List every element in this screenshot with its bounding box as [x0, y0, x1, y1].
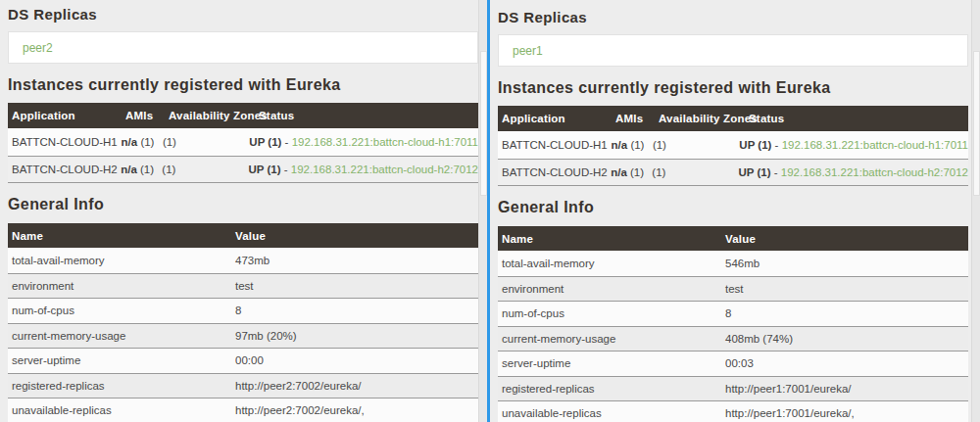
table-row: num-of-cpus 8 [498, 301, 968, 326]
zones-cell: (1) [162, 164, 248, 175]
eureka-dashboard-window-peer2: DS Replicas peer2 Instances currently re… [0, 0, 487, 422]
info-name: server-uptime [8, 354, 235, 366]
replica-peer-link[interactable]: peer1 [513, 44, 543, 58]
table-row: current-memory-usage 97mb (20%) [8, 323, 478, 349]
info-name: num-of-cpus [498, 307, 725, 319]
amis-cell: n/a (1) [122, 136, 163, 148]
scrollbar-thumb[interactable] [480, 51, 487, 196]
general-info-section-title: General Info [498, 186, 968, 216]
info-value: 00:03 [725, 357, 968, 369]
table-row: total-avail-memory 546mb [498, 251, 968, 276]
header-status: Status [259, 110, 478, 121]
info-value: http://peer1:7001/eureka/ [725, 383, 968, 395]
zones-cell: (1) [163, 136, 249, 148]
info-name: unavailable-replicas [498, 407, 725, 419]
instances-table-header: Application AMIs Availability Zones Stat… [8, 103, 478, 128]
header-name: Name [8, 230, 235, 242]
amis-count: (1) [140, 164, 154, 175]
info-name: unavailable-replicas [8, 404, 235, 416]
amis-count: (1) [140, 136, 154, 148]
info-name: environment [498, 283, 725, 295]
status-cell: UP (1) - 192.168.31.221:battcn-cloud-h2:… [249, 164, 478, 175]
amis-na: n/a [611, 166, 627, 178]
header-availability-zones: Availability Zones [169, 110, 259, 121]
instance-link[interactable]: 192.168.31.221:battcn-cloud-h1:7011 [292, 136, 478, 148]
eureka-dashboard-window-peer1: DS Replicas peer1 Instances currently re… [490, 0, 980, 422]
info-value: http://peer2:7002/eureka/, [235, 404, 478, 416]
status-cell: UP (1) - 192.168.31.221:battcn-cloud-h1:… [739, 139, 968, 151]
info-value: 97mb (20%) [235, 330, 478, 342]
info-value: 00:00 [235, 354, 478, 366]
info-value: 473mb [235, 255, 478, 266]
ds-replicas-panel: peer2 [8, 31, 478, 64]
table-row: total-avail-memory 473mb [8, 248, 478, 273]
amis-count: (1) [630, 139, 644, 151]
page-content: DS Replicas peer1 Instances currently re… [498, 3, 968, 422]
instance-link[interactable]: 192.168.31.221:battcn-cloud-h1:7011 [782, 139, 968, 151]
table-row: environment test [498, 276, 968, 302]
status-up: UP (1) [249, 136, 281, 148]
info-value: http://peer2:7002/eureka/ [235, 380, 478, 392]
status-separator: - [284, 164, 288, 175]
general-info-table: Name Value total-avail-memory 546mb envi… [498, 226, 968, 422]
header-status: Status [749, 113, 968, 124]
instances-table-header: Application AMIs Availability Zones Stat… [498, 106, 968, 131]
table-row: BATTCN-CLOUD-H1 n/a (1) (1) UP (1) - 192… [498, 131, 968, 159]
amis-cell: n/a (1) [611, 166, 652, 178]
info-name: total-avail-memory [8, 255, 235, 266]
amis-count: (1) [630, 166, 644, 178]
amis-na: n/a [122, 136, 138, 148]
header-amis: AMIs [125, 110, 169, 121]
vertical-scrollbar[interactable] [478, 0, 487, 422]
general-info-header: Name Value [498, 226, 968, 251]
info-name: registered-replicas [8, 380, 235, 392]
table-row: BATTCN-CLOUD-H2 n/a (1) (1) UP (1) - 192… [8, 156, 478, 183]
instance-link[interactable]: 192.168.31.221:battcn-cloud-h2:7012 [291, 164, 478, 175]
amis-cell: n/a (1) [121, 164, 162, 175]
table-row: current-memory-usage 408mb (74%) [498, 326, 968, 352]
amis-na: n/a [612, 139, 628, 151]
table-row: unavailable-replicas http://peer2:7002/e… [8, 398, 478, 422]
replica-peer-link[interactable]: peer2 [23, 41, 53, 55]
scrollbar-thumb[interactable] [973, 51, 980, 196]
header-availability-zones: Availability Zones [659, 113, 749, 124]
table-row: registered-replicas http://peer2:7002/eu… [8, 373, 478, 399]
status-cell: UP (1) - 192.168.31.221:battcn-cloud-h2:… [739, 166, 968, 178]
table-row: BATTCN-CLOUD-H2 n/a (1) (1) UP (1) - 192… [498, 159, 968, 186]
header-application: Application [498, 113, 615, 124]
application-name: BATTCN-CLOUD-H1 [8, 136, 122, 148]
table-row: server-uptime 00:00 [8, 348, 478, 373]
info-value: 8 [725, 307, 968, 319]
amis-cell: n/a (1) [612, 139, 653, 151]
status-up: UP (1) [739, 139, 771, 151]
instances-table: Application AMIs Availability Zones Stat… [498, 106, 968, 186]
amis-na: n/a [121, 164, 137, 175]
info-name: current-memory-usage [498, 333, 725, 345]
instances-table: Application AMIs Availability Zones Stat… [8, 103, 478, 183]
ds-replicas-title: DS Replicas [498, 3, 968, 25]
status-cell: UP (1) - 192.168.31.221:battcn-cloud-h1:… [249, 136, 478, 148]
instances-section-title: Instances currently registered with Eure… [8, 64, 478, 94]
zones-cell: (1) [652, 166, 738, 178]
general-info-header: Name Value [8, 223, 478, 248]
status-separator: - [775, 139, 779, 151]
header-name: Name [498, 233, 725, 245]
application-name: BATTCN-CLOUD-H2 [8, 164, 121, 175]
info-value: http://peer1:7001/eureka/, [725, 407, 968, 419]
zones-cell: (1) [653, 139, 739, 151]
table-row: unavailable-replicas http://peer1:7001/e… [498, 400, 968, 422]
ds-replicas-panel: peer1 [498, 34, 968, 67]
table-row: BATTCN-CLOUD-H1 n/a (1) (1) UP (1) - 192… [8, 128, 478, 156]
info-value: 8 [235, 305, 478, 316]
application-name: BATTCN-CLOUD-H1 [498, 139, 612, 151]
instance-link[interactable]: 192.168.31.221:battcn-cloud-h2:7012 [781, 166, 968, 178]
table-row: environment test [8, 273, 478, 299]
info-value: test [725, 283, 968, 295]
vertical-scrollbar[interactable] [971, 0, 980, 422]
header-value: Value [725, 233, 968, 245]
info-value: 408mb (74%) [725, 333, 968, 345]
info-name: server-uptime [498, 357, 725, 369]
header-application: Application [8, 110, 125, 121]
ds-replicas-title: DS Replicas [8, 0, 478, 23]
header-amis: AMIs [615, 113, 659, 124]
